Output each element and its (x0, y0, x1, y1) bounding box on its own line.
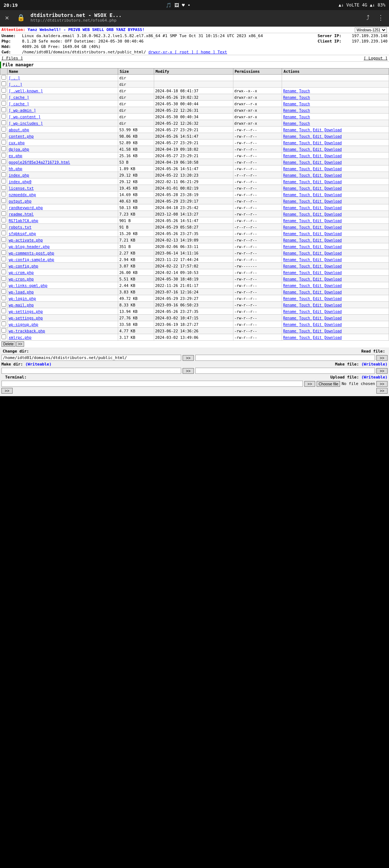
file-name-link[interactable]: RG71ab7CA.php (9, 218, 38, 223)
files-link[interactable]: [ Files ] (1, 56, 23, 61)
action-link-edit[interactable]: Edit (313, 316, 324, 320)
file-checkbox[interactable] (1, 205, 6, 209)
make-dir-btn[interactable]: >> (183, 368, 194, 374)
make-file-btn[interactable]: >> (376, 368, 388, 374)
file-name-link[interactable]: randkeyword.php (9, 205, 43, 210)
make-dir-input[interactable] (1, 368, 181, 374)
action-link-edit[interactable]: Edit (313, 264, 324, 268)
file-checkbox[interactable] (1, 140, 6, 145)
file-checkbox[interactable] (1, 237, 6, 242)
file-name-link[interactable]: robots.txt (9, 225, 31, 229)
action-link-rename[interactable]: Rename (283, 310, 298, 314)
file-name-link[interactable]: [ .well-known ] (9, 89, 43, 93)
file-checkbox[interactable] (1, 114, 6, 119)
action-link-edit[interactable]: Edit (313, 245, 324, 249)
file-name-link[interactable]: [ .. ] (9, 82, 22, 87)
upload-btn[interactable]: >> (376, 381, 388, 387)
action-link-download[interactable]: Download (325, 284, 342, 288)
share-icon[interactable]: ⤴ (364, 13, 372, 22)
action-link-rename[interactable]: Rename (283, 141, 298, 145)
action-link-touch[interactable]: Touch (299, 154, 312, 158)
action-link-edit[interactable]: Edit (313, 232, 324, 236)
action-link-touch[interactable]: Touch (299, 232, 312, 236)
action-link-rename[interactable]: Rename (283, 219, 298, 223)
action-link-rename[interactable]: Rename (283, 264, 298, 268)
action-link-download[interactable]: Download (325, 329, 342, 333)
action-link-download[interactable]: Download (325, 141, 342, 145)
file-checkbox[interactable] (1, 192, 6, 196)
file-name-link[interactable]: [ cache ] (9, 95, 29, 99)
file-checkbox[interactable] (1, 263, 6, 268)
file-name-link[interactable]: wp-login.php (9, 296, 36, 301)
file-checkbox[interactable] (1, 296, 6, 300)
action-link-edit[interactable]: Edit (313, 225, 324, 229)
file-checkbox[interactable] (1, 309, 6, 313)
read-file-btn[interactable]: >> (376, 355, 388, 361)
action-link-touch[interactable]: Touch (299, 186, 312, 190)
action-link-download[interactable]: Download (325, 258, 342, 262)
file-checkbox[interactable] (1, 88, 6, 93)
action-link-edit[interactable]: Edit (313, 290, 324, 294)
action-link-download[interactable]: Download (325, 303, 342, 307)
file-name-link[interactable]: output.php (9, 199, 31, 203)
action-link-edit[interactable]: Edit (313, 323, 324, 327)
action-link-edit[interactable]: Edit (313, 238, 324, 242)
file-checkbox[interactable] (1, 198, 6, 203)
action-link-touch[interactable]: Touch (299, 245, 312, 249)
action-link-download[interactable]: Download (325, 212, 342, 216)
file-name-link[interactable]: about.php (9, 128, 29, 132)
file-checkbox[interactable] (1, 172, 6, 177)
file-name-link[interactable]: ex.php (9, 154, 22, 158)
action-link-download[interactable]: Download (325, 167, 342, 171)
file-checkbox[interactable] (1, 179, 6, 183)
action-link-download[interactable]: Download (325, 232, 342, 236)
action-link-touch[interactable]: Touch (299, 128, 312, 132)
file-name-link[interactable]: wp-mail.php (9, 303, 34, 307)
file-name-link[interactable]: readme.html (9, 212, 34, 216)
action-link-rename[interactable]: Rename (283, 180, 298, 184)
file-checkbox[interactable] (1, 107, 6, 112)
action-link-edit[interactable]: Edit (313, 173, 324, 177)
action-link-download[interactable]: Download (325, 277, 342, 281)
action-link-download[interactable]: Download (325, 290, 342, 294)
action-link-touch[interactable]: Touch (299, 89, 310, 93)
action-link-edit[interactable]: Edit (313, 212, 324, 216)
action-link-download[interactable]: Download (325, 297, 342, 301)
action-link-rename[interactable]: Rename (283, 336, 298, 340)
action-link-rename[interactable]: Rename (283, 258, 298, 262)
action-link-touch[interactable]: Touch (299, 258, 312, 262)
action-link-touch[interactable]: Touch (299, 290, 312, 294)
action-link-download[interactable]: Download (325, 336, 342, 340)
action-link-rename[interactable]: Rename (283, 128, 298, 132)
file-name-link[interactable]: cux.php (9, 141, 24, 145)
action-link-touch[interactable]: Touch (299, 271, 312, 275)
choose-file-btn[interactable]: Choose file (317, 381, 340, 387)
file-name-link[interactable]: [ wp-includes ] (9, 121, 43, 125)
action-link-touch[interactable]: Touch (299, 173, 312, 177)
file-name-link[interactable]: hh.php (9, 167, 22, 171)
action-link-edit[interactable]: Edit (313, 186, 324, 190)
file-checkbox[interactable] (1, 257, 6, 261)
action-link-edit[interactable]: Edit (313, 199, 324, 203)
action-link-rename[interactable]: Rename (283, 303, 298, 307)
file-name-link[interactable]: wp-load.php (9, 290, 34, 294)
action-link-rename[interactable]: Rename (283, 206, 298, 210)
action-link-edit[interactable]: Edit (313, 160, 324, 164)
action-link-rename[interactable]: Rename (283, 245, 298, 249)
action-link-edit[interactable]: Edit (313, 134, 324, 138)
action-link-touch[interactable]: Touch (299, 316, 312, 320)
file-checkbox[interactable] (1, 120, 6, 125)
action-link-download[interactable]: Download (325, 180, 342, 184)
file-name-link[interactable]: nzmoeddx.php (9, 192, 36, 197)
file-checkbox[interactable] (1, 283, 6, 287)
file-checkbox[interactable] (1, 322, 6, 326)
file-name-link[interactable]: [ wp-content ] (9, 115, 41, 119)
action-link-rename[interactable]: Rename (283, 251, 298, 255)
file-checkbox[interactable] (1, 335, 6, 339)
action-link-edit[interactable]: Edit (313, 154, 324, 158)
action-link-edit[interactable]: Edit (313, 251, 324, 255)
action-link-touch[interactable]: Touch (299, 310, 312, 314)
action-link-touch[interactable]: Touch (299, 284, 312, 288)
action-link-download[interactable]: Download (325, 219, 342, 223)
action-link-rename[interactable]: Rename (283, 238, 298, 242)
